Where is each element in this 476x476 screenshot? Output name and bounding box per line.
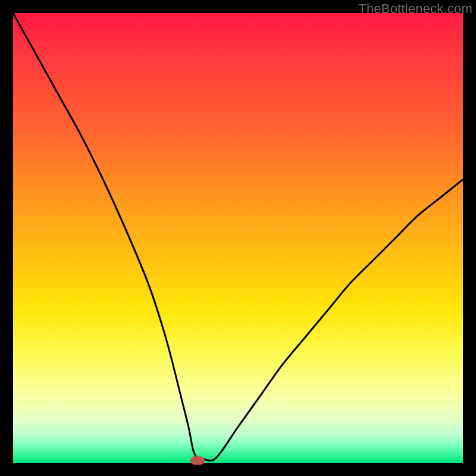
plot-area [13, 13, 463, 463]
chart-frame: TheBottleneck.com [0, 0, 476, 476]
watermark-text: TheBottleneck.com [358, 1, 472, 17]
curve-line [13, 13, 463, 461]
optimal-point-marker [190, 456, 205, 465]
bottleneck-curve [13, 13, 463, 463]
